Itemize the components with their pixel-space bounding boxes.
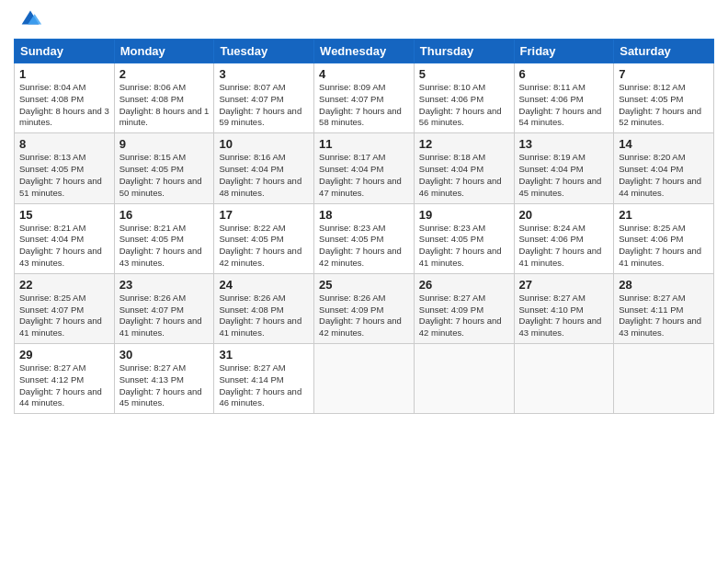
calendar-cell: 21 Sunrise: 8:25 AMSunset: 4:06 PMDaylig…: [614, 203, 714, 273]
cell-day: 17: [219, 208, 309, 222]
calendar-cell: 24 Sunrise: 8:26 AMSunset: 4:08 PMDaylig…: [214, 273, 314, 343]
calendar-cell: 7 Sunrise: 8:12 AMSunset: 4:05 PMDayligh…: [614, 63, 714, 133]
header: [14, 9, 714, 31]
cell-info: Sunrise: 8:27 AMSunset: 4:13 PMDaylight:…: [119, 362, 210, 409]
cell-day: 10: [219, 137, 309, 151]
cell-info: Sunrise: 8:09 AMSunset: 4:07 PMDaylight:…: [319, 82, 409, 129]
calendar-cell: 13 Sunrise: 8:19 AMSunset: 4:04 PMDaylig…: [514, 133, 614, 203]
cell-day: 15: [19, 208, 109, 222]
col-header-saturday: Saturday: [614, 40, 714, 63]
cell-info: Sunrise: 8:26 AMSunset: 4:08 PMDaylight:…: [219, 293, 309, 339]
col-header-wednesday: Wednesday: [314, 40, 415, 63]
cell-info: Sunrise: 8:23 AMSunset: 4:05 PMDaylight:…: [419, 223, 509, 270]
calendar-cell: 31 Sunrise: 8:27 AMSunset: 4:14 PMDaylig…: [214, 344, 314, 414]
calendar: SundayMondayTuesdayWednesdayThursdayFrid…: [14, 39, 714, 414]
cell-info: Sunrise: 8:17 AMSunset: 4:04 PMDaylight:…: [319, 152, 409, 199]
calendar-cell: 8 Sunrise: 8:13 AMSunset: 4:05 PMDayligh…: [15, 133, 115, 203]
cell-info: Sunrise: 8:20 AMSunset: 4:04 PMDaylight:…: [619, 152, 709, 199]
cell-info: Sunrise: 8:18 AMSunset: 4:04 PMDaylight:…: [419, 152, 509, 199]
cell-info: Sunrise: 8:27 AMSunset: 4:14 PMDaylight:…: [219, 362, 309, 409]
cell-info: Sunrise: 8:21 AMSunset: 4:05 PMDaylight:…: [119, 223, 210, 270]
calendar-cell: 28 Sunrise: 8:27 AMSunset: 4:11 PMDaylig…: [614, 273, 714, 343]
cell-day: 13: [519, 137, 609, 151]
col-header-tuesday: Tuesday: [214, 40, 314, 63]
calendar-cell: [614, 344, 714, 414]
cell-day: 4: [319, 67, 409, 81]
cell-day: 29: [19, 348, 109, 362]
calendar-cell: 3 Sunrise: 8:07 AMSunset: 4:07 PMDayligh…: [214, 63, 314, 133]
cell-day: 28: [619, 278, 709, 292]
calendar-cell: [514, 344, 614, 414]
cell-day: 21: [619, 208, 709, 222]
calendar-cell: 12 Sunrise: 8:18 AMSunset: 4:04 PMDaylig…: [414, 133, 514, 203]
cell-day: 30: [119, 348, 210, 362]
cell-info: Sunrise: 8:16 AMSunset: 4:04 PMDaylight:…: [219, 152, 309, 199]
calendar-cell: 9 Sunrise: 8:15 AMSunset: 4:05 PMDayligh…: [114, 133, 214, 203]
cell-info: Sunrise: 8:27 AMSunset: 4:09 PMDaylight:…: [419, 293, 509, 339]
cell-info: Sunrise: 8:21 AMSunset: 4:04 PMDaylight:…: [19, 223, 109, 270]
cell-day: 27: [519, 278, 609, 292]
cell-info: Sunrise: 8:04 AMSunset: 4:08 PMDaylight:…: [19, 82, 109, 129]
cell-day: 19: [419, 208, 509, 222]
calendar-cell: 29 Sunrise: 8:27 AMSunset: 4:12 PMDaylig…: [15, 344, 115, 414]
cell-info: Sunrise: 8:07 AMSunset: 4:07 PMDaylight:…: [219, 82, 309, 129]
calendar-cell: 2 Sunrise: 8:06 AMSunset: 4:08 PMDayligh…: [114, 63, 214, 133]
calendar-cell: 4 Sunrise: 8:09 AMSunset: 4:07 PMDayligh…: [314, 63, 415, 133]
col-header-thursday: Thursday: [414, 40, 514, 63]
cell-info: Sunrise: 8:27 AMSunset: 4:11 PMDaylight:…: [619, 293, 709, 339]
calendar-cell: 11 Sunrise: 8:17 AMSunset: 4:04 PMDaylig…: [314, 133, 415, 203]
cell-day: 18: [319, 208, 409, 222]
cell-day: 22: [19, 278, 109, 292]
calendar-cell: [314, 344, 415, 414]
logo: [14, 9, 43, 31]
cell-info: Sunrise: 8:22 AMSunset: 4:05 PMDaylight:…: [219, 223, 309, 270]
calendar-cell: 17 Sunrise: 8:22 AMSunset: 4:05 PMDaylig…: [214, 203, 314, 273]
cell-day: 24: [219, 278, 309, 292]
cell-info: Sunrise: 8:27 AMSunset: 4:10 PMDaylight:…: [519, 293, 609, 339]
cell-info: Sunrise: 8:06 AMSunset: 4:08 PMDaylight:…: [119, 82, 210, 129]
cell-day: 3: [219, 67, 309, 81]
cell-info: Sunrise: 8:13 AMSunset: 4:05 PMDaylight:…: [19, 152, 109, 199]
calendar-cell: 6 Sunrise: 8:11 AMSunset: 4:06 PMDayligh…: [514, 63, 614, 133]
cell-day: 2: [119, 67, 210, 81]
col-header-friday: Friday: [514, 40, 614, 63]
cell-info: Sunrise: 8:10 AMSunset: 4:06 PMDaylight:…: [419, 82, 509, 129]
cell-info: Sunrise: 8:11 AMSunset: 4:06 PMDaylight:…: [519, 82, 609, 129]
cell-day: 25: [319, 278, 409, 292]
col-header-sunday: Sunday: [15, 40, 115, 63]
cell-day: 31: [219, 348, 309, 362]
cell-day: 1: [19, 67, 109, 81]
cell-info: Sunrise: 8:19 AMSunset: 4:04 PMDaylight:…: [519, 152, 609, 199]
cell-day: 20: [519, 208, 609, 222]
calendar-cell: 14 Sunrise: 8:20 AMSunset: 4:04 PMDaylig…: [614, 133, 714, 203]
col-header-monday: Monday: [114, 40, 214, 63]
cell-day: 16: [119, 208, 210, 222]
cell-info: Sunrise: 8:27 AMSunset: 4:12 PMDaylight:…: [19, 362, 109, 409]
calendar-cell: 19 Sunrise: 8:23 AMSunset: 4:05 PMDaylig…: [414, 203, 514, 273]
cell-info: Sunrise: 8:12 AMSunset: 4:05 PMDaylight:…: [619, 82, 709, 129]
calendar-cell: 25 Sunrise: 8:26 AMSunset: 4:09 PMDaylig…: [314, 273, 415, 343]
cell-day: 6: [519, 67, 609, 81]
page: SundayMondayTuesdayWednesdayThursdayFrid…: [0, 0, 728, 563]
calendar-cell: 23 Sunrise: 8:26 AMSunset: 4:07 PMDaylig…: [114, 273, 214, 343]
cell-info: Sunrise: 8:25 AMSunset: 4:06 PMDaylight:…: [619, 223, 709, 270]
cell-day: 5: [419, 67, 509, 81]
cell-info: Sunrise: 8:23 AMSunset: 4:05 PMDaylight:…: [319, 223, 409, 270]
calendar-cell: 10 Sunrise: 8:16 AMSunset: 4:04 PMDaylig…: [214, 133, 314, 203]
cell-info: Sunrise: 8:15 AMSunset: 4:05 PMDaylight:…: [119, 152, 210, 199]
calendar-cell: 20 Sunrise: 8:24 AMSunset: 4:06 PMDaylig…: [514, 203, 614, 273]
cell-day: 23: [119, 278, 210, 292]
calendar-cell: 5 Sunrise: 8:10 AMSunset: 4:06 PMDayligh…: [414, 63, 514, 133]
calendar-cell: 30 Sunrise: 8:27 AMSunset: 4:13 PMDaylig…: [114, 344, 214, 414]
calendar-cell: [414, 344, 514, 414]
cell-info: Sunrise: 8:25 AMSunset: 4:07 PMDaylight:…: [19, 293, 109, 339]
calendar-cell: 16 Sunrise: 8:21 AMSunset: 4:05 PMDaylig…: [114, 203, 214, 273]
cell-info: Sunrise: 8:24 AMSunset: 4:06 PMDaylight:…: [519, 223, 609, 270]
cell-day: 12: [419, 137, 509, 151]
cell-day: 7: [619, 67, 709, 81]
calendar-cell: 22 Sunrise: 8:25 AMSunset: 4:07 PMDaylig…: [15, 273, 115, 343]
cell-day: 8: [19, 137, 109, 151]
cell-info: Sunrise: 8:26 AMSunset: 4:09 PMDaylight:…: [319, 293, 409, 339]
logo-icon: [17, 6, 43, 31]
cell-day: 26: [419, 278, 509, 292]
